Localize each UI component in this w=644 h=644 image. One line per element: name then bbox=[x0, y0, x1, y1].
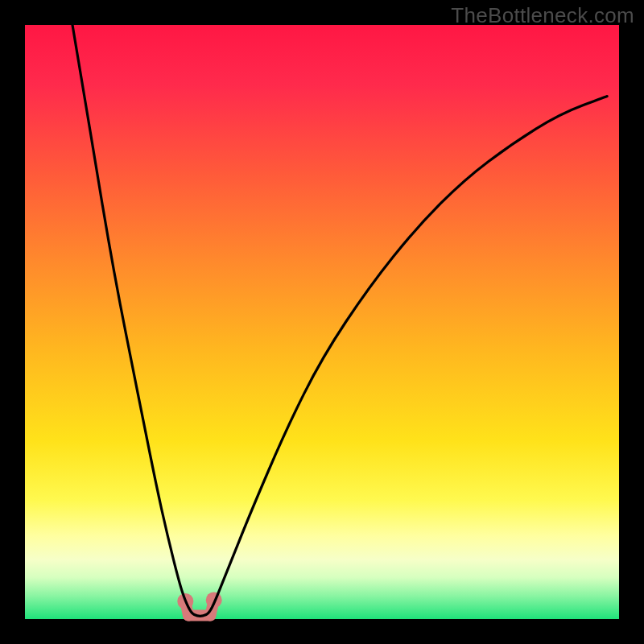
bottleneck-chart bbox=[0, 0, 644, 644]
chart-frame: TheBottleneck.com bbox=[0, 0, 644, 644]
watermark-text: TheBottleneck.com bbox=[451, 3, 634, 28]
plot-background bbox=[25, 25, 619, 619]
